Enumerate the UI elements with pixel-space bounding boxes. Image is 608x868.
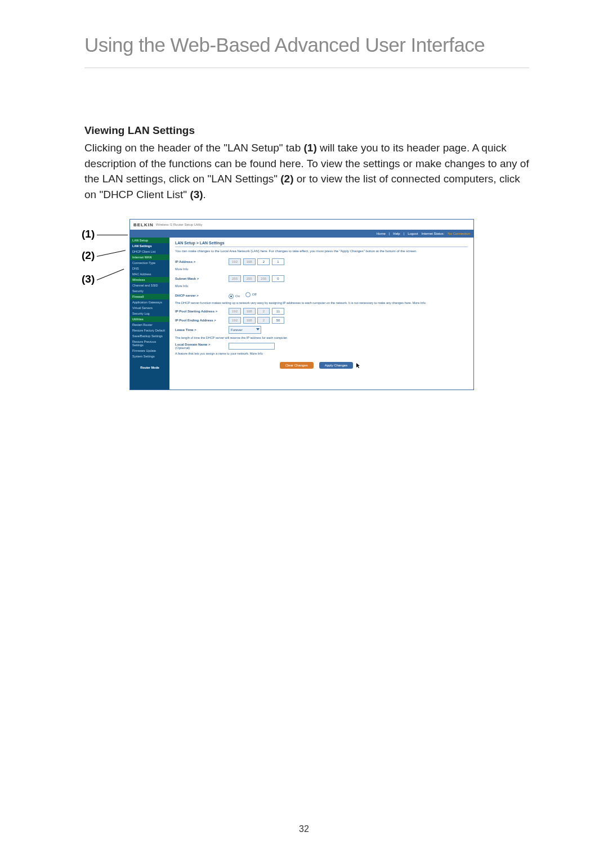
pool-start-label: IP Pool Starting Address > — [175, 310, 229, 313]
sidebar-item-channel-ssid[interactable]: Channel and SSID — [130, 283, 169, 288]
section-heading: Viewing LAN Settings — [84, 124, 529, 137]
nav-home[interactable]: Home — [377, 232, 386, 235]
content-panel: LAN Setup > LAN Settings You can make ch… — [169, 238, 473, 390]
sidebar-item-firmware[interactable]: Firmware Update — [130, 348, 169, 354]
sidebar-item-system[interactable]: System Settings — [130, 354, 169, 359]
sidebar-item-mac[interactable]: MAC Address — [130, 271, 169, 277]
pool-start-3[interactable]: 2 — [257, 308, 270, 315]
domain-label: Local Domain Name > (Optional) — [175, 343, 229, 350]
sidebar-item-virtual-servers[interactable]: Virtual Servers — [130, 305, 169, 311]
pool-end-label: IP Pool Ending Address > — [175, 319, 229, 322]
sidebar-item-dns[interactable]: DNS — [130, 266, 169, 271]
pool-start-4[interactable]: 11 — [272, 308, 284, 315]
sidebar-cat-internet-wan[interactable]: Internet WAN — [130, 254, 169, 260]
page-title: Using the Web-Based Advanced User Interf… — [84, 34, 529, 68]
subnet-label: Subnet Mask > — [175, 277, 229, 280]
callout-1: (1) — [82, 228, 128, 240]
sidebar: LAN Setup LAN Settings DHCP Client List … — [130, 238, 169, 390]
cursor-icon — [356, 365, 361, 369]
ip-octet-4[interactable]: 1 — [272, 258, 284, 265]
sidebar-item-connection-type[interactable]: Connection Type — [130, 260, 169, 266]
sidebar-item-app-gateways[interactable]: Application Gateways — [130, 299, 169, 305]
lease-time-select[interactable]: Forever — [229, 326, 261, 334]
svg-marker-0 — [356, 363, 360, 368]
apply-changes-button[interactable]: Apply Changes — [319, 362, 354, 369]
ip-more-info[interactable]: More Info — [175, 267, 468, 271]
dhcp-server-label: DHCP server > — [175, 294, 229, 297]
dhcp-description: The DHCP server function makes setting u… — [175, 301, 468, 305]
status-label: Internet Status: — [422, 232, 445, 235]
sidebar-item-restore-prev[interactable]: Restore Previous Settings — [130, 339, 169, 348]
sidebar-cat-utilities[interactable]: Utilities — [130, 316, 169, 322]
sidebar-cat-firewall[interactable]: Firewall — [130, 294, 169, 299]
callout-ref-1: (1) — [304, 142, 317, 154]
ui-header: BELKIN Wireless G Router Setup Utility — [130, 220, 473, 230]
callout-3: (3) — [82, 273, 126, 285]
ip-address-label: IP Address > — [175, 260, 229, 263]
ui-top-bar: Home | Help | Logout Internet Status: No… — [130, 230, 473, 238]
brand-logo: BELKIN — [133, 222, 154, 227]
pool-end-3[interactable]: 2 — [257, 317, 270, 324]
callout-2: (2) — [82, 249, 126, 262]
nav-help[interactable]: Help — [393, 232, 400, 235]
sidebar-item-security[interactable]: Security — [130, 288, 169, 294]
breadcrumb: LAN Setup > LAN Settings — [175, 241, 468, 247]
pool-start-1[interactable]: 192 — [229, 308, 241, 315]
domain-description: A feature that lets you assign a name to… — [175, 352, 468, 355]
pool-start-2[interactable]: 168 — [243, 308, 256, 315]
ip-octet-2[interactable]: 168 — [243, 258, 256, 265]
lease-time-label: Lease Time > — [175, 328, 229, 332]
dhcp-on-radio[interactable]: On — [229, 294, 240, 299]
subnet-more-info[interactable]: More Info — [175, 284, 468, 288]
router-admin-screenshot: BELKIN Wireless G Router Setup Utility H… — [129, 219, 474, 390]
screenshot-figure: (1) (2) (3) BELKIN Wireless G Router Set… — [84, 219, 529, 390]
callout-ref-3: (3) — [190, 189, 203, 200]
sidebar-item-security-log[interactable]: Security Log — [130, 311, 169, 316]
pool-end-2[interactable]: 168 — [243, 317, 256, 324]
sidebar-item-factory-default[interactable]: Restore Factory Default — [130, 328, 169, 333]
sidebar-router-mode: Router Mode — [130, 363, 169, 373]
page-number: 32 — [299, 824, 309, 834]
pool-end-1[interactable]: 192 — [229, 317, 241, 324]
subnet-octet-1[interactable]: 255 — [229, 275, 241, 282]
status-value: No Connection — [448, 232, 470, 235]
ip-octet-1[interactable]: 192 — [229, 258, 241, 265]
sidebar-item-save-backup[interactable]: Save/Backup Settings — [130, 333, 169, 339]
sidebar-item-restart[interactable]: Restart Router — [130, 322, 169, 328]
body-text-part: . — [203, 189, 206, 200]
intro-text: You can make changes to the Local Area N… — [175, 249, 468, 254]
dhcp-off-radio[interactable]: Off — [245, 292, 257, 297]
subnet-octet-4[interactable]: 0 — [272, 275, 284, 282]
sidebar-item-lan-settings[interactable]: LAN Settings — [130, 243, 169, 249]
lease-description: The length of time the DHCP server will … — [175, 336, 468, 339]
subnet-octet-3[interactable]: 255 — [257, 275, 270, 282]
body-paragraph: Clicking on the header of the "LAN Setup… — [84, 140, 529, 202]
pool-end-4[interactable]: 50 — [272, 317, 284, 324]
callout-ref-2: (2) — [280, 173, 293, 185]
clear-changes-button[interactable]: Clear Changes — [280, 362, 314, 369]
brand-subtitle: Wireless G Router Setup Utility — [156, 223, 203, 226]
sidebar-item-dhcp-client[interactable]: DHCP Client List — [130, 249, 169, 254]
domain-name-input[interactable] — [229, 343, 275, 350]
sidebar-cat-wireless[interactable]: Wireless — [130, 277, 169, 283]
body-text-part: Clicking on the header of the "LAN Setup… — [84, 142, 304, 154]
subnet-octet-2[interactable]: 255 — [243, 275, 256, 282]
sidebar-cat-lan-setup[interactable]: LAN Setup — [130, 238, 169, 243]
nav-logout[interactable]: Logout — [408, 232, 418, 235]
ip-octet-3[interactable]: 2 — [257, 258, 270, 265]
